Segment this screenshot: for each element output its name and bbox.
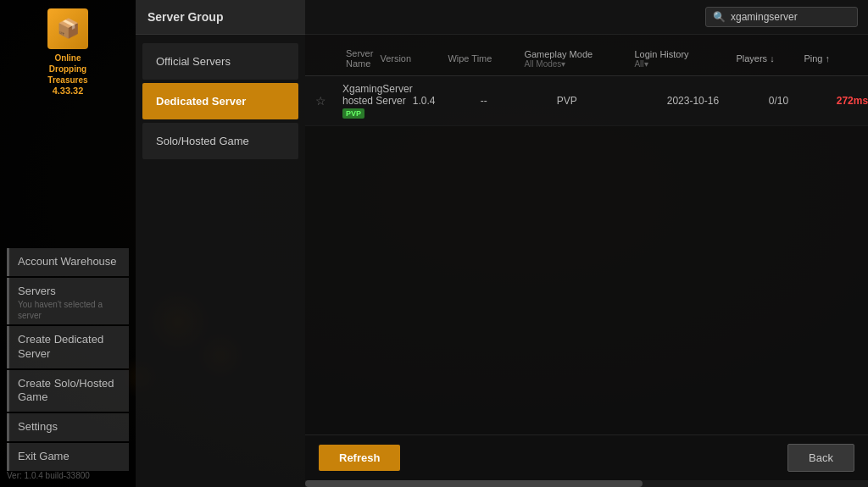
search-input[interactable] [731, 11, 841, 23]
col-players[interactable]: Players ↓ [732, 52, 800, 65]
logo-icon: 📦 [47, 8, 88, 49]
col-ping[interactable]: Ping ↑ [800, 52, 868, 65]
scroll-thumb[interactable] [305, 480, 643, 487]
col-login-history[interactable]: Login History All▾ [631, 47, 732, 70]
server-table: Server Name Version Wipe Time Gameplay M… [305, 35, 868, 434]
back-button[interactable]: Back [787, 444, 854, 472]
row-version: 1.0.4 [413, 95, 481, 107]
sg-item-official-servers[interactable]: Official Servers [142, 43, 298, 80]
row-fav[interactable]: ☆ [315, 94, 342, 108]
sg-item-dedicated-server[interactable]: Dedicated Server [142, 83, 298, 119]
sidebar-menu: Account Warehouse Servers You haven't se… [0, 248, 136, 471]
refresh-button[interactable]: Refresh [319, 445, 400, 471]
col-fav [315, 57, 342, 60]
search-bar: 🔍 [305, 0, 868, 35]
table-row[interactable]: ☆ XgamingServer hosted Server PVP 1.0.4 … [305, 76, 868, 126]
sidebar-item-settings[interactable]: Settings [7, 413, 129, 441]
col-gameplay[interactable]: Gameplay Mode All Modes▾ [520, 47, 631, 70]
main-content: 🔍 Server Name Version Wipe Time Gameplay… [305, 0, 868, 487]
pvp-badge: PVP [342, 108, 364, 119]
row-server-name: XgamingServer hosted Server PVP [342, 83, 413, 119]
sidebar: 📦 Online Dropping Treasures 4.33.32 Acco… [0, 0, 136, 487]
bottom-bar: Refresh Back [305, 434, 868, 480]
col-wipe-time: Wipe Time [444, 52, 520, 65]
server-group-panel: Server Group Official Servers Dedicated … [136, 0, 305, 487]
sidebar-item-servers[interactable]: Servers You haven't selected a server [7, 278, 129, 324]
col-server-name: Server Name [342, 47, 376, 70]
logo-area: 📦 Online Dropping Treasures 4.33.32 [47, 8, 88, 96]
search-input-wrap: 🔍 [705, 7, 858, 27]
sidebar-item-exit-game[interactable]: Exit Game [7, 443, 129, 471]
sidebar-item-create-dedicated-server[interactable]: Create Dedicated Server [7, 326, 129, 368]
col-version: Version [376, 52, 444, 65]
sg-item-solo-hosted[interactable]: Solo/Hosted Game [142, 123, 298, 159]
sidebar-item-account-warehouse[interactable]: Account Warehouse [7, 248, 129, 276]
col-login-label: Login History [634, 49, 688, 59]
row-ping: 272ms [837, 95, 868, 107]
server-group-items: Official Servers Dedicated Server Solo/H… [136, 35, 305, 168]
logo-title: Online Dropping Treasures [47, 53, 87, 86]
servers-sub-label: You haven't selected a server [18, 299, 120, 321]
sidebar-item-create-solo-game[interactable]: Create Solo/Hosted Game [7, 370, 129, 412]
row-wipe-time: -- [481, 95, 557, 107]
server-group-header: Server Group [136, 0, 305, 35]
col-gameplay-label: Gameplay Mode [524, 49, 593, 59]
search-icon: 🔍 [713, 11, 726, 23]
version-label: Ver: 1.0.4 build-33800 [7, 471, 90, 480]
logo-version: 4.33.32 [53, 86, 84, 96]
server-name-text: XgamingServer hosted Server [342, 83, 413, 107]
col-gameplay-sub: All Modes▾ [524, 59, 627, 69]
row-login-history: 2023-10-16 [667, 95, 769, 107]
star-icon[interactable]: ☆ [315, 94, 326, 108]
table-header: Server Name Version Wipe Time Gameplay M… [305, 42, 868, 76]
servers-label: Servers [18, 285, 56, 297]
horizontal-scrollbar[interactable] [305, 480, 868, 487]
row-players: 0/10 [769, 95, 837, 107]
row-gameplay: PVP [557, 95, 667, 107]
col-login-sub: All▾ [634, 59, 729, 69]
